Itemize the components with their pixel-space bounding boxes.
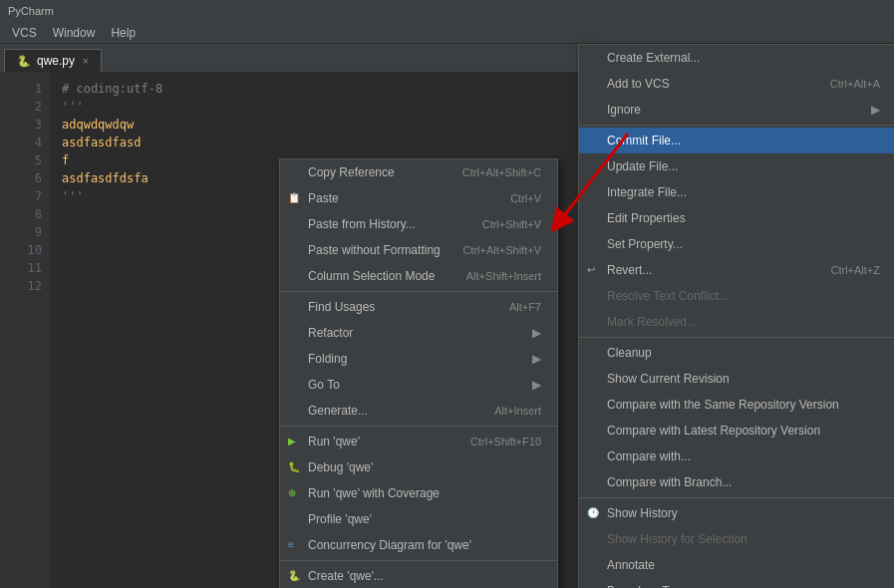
editor-area: 🐍 qwe.py × 1 2 3 4 5 6 7 8 9 10 11 12 # … (0, 44, 894, 588)
menu-goto[interactable]: Go To ▶ (280, 372, 557, 398)
separator-2 (280, 426, 557, 427)
submenu-show-history[interactable]: 🕐 Show History (579, 500, 894, 526)
menu-bar: VCS Window Help (0, 22, 894, 44)
submenu-update-file[interactable]: Update File... (579, 153, 894, 179)
submenu-arrow: ▶ (532, 324, 541, 342)
submenu-add-vcs[interactable]: Add to VCS Ctrl+Alt+A (579, 71, 894, 97)
submenu-set-property[interactable]: Set Property... (579, 231, 894, 257)
submenu-integrate-file[interactable]: Integrate File... (579, 179, 894, 205)
submenu-commit-file[interactable]: Commit File... (579, 128, 894, 153)
submenu-cleanup[interactable]: Cleanup (579, 340, 894, 366)
menu-profile[interactable]: Profile 'qwe' (280, 506, 557, 532)
submenu-ignore[interactable]: Ignore ▶ (579, 97, 894, 123)
history-icon: 🕐 (587, 504, 599, 522)
submenu-compare-with[interactable]: Compare with... (579, 443, 894, 469)
debug-icon: 🐛 (288, 458, 300, 476)
menu-vcs[interactable]: VCS (4, 24, 45, 42)
menu-paste-no-format[interactable]: Paste without Formatting Ctrl+Alt+Shift+… (280, 237, 557, 263)
paste-icon: 📋 (288, 189, 300, 207)
editor-gutter (0, 72, 14, 588)
submenu-arrow-folding: ▶ (532, 350, 541, 368)
menu-window[interactable]: Window (45, 24, 104, 42)
line-numbers: 1 2 3 4 5 6 7 8 9 10 11 12 (14, 72, 50, 588)
menu-debug-qwe[interactable]: 🐛 Debug 'qwe' (280, 454, 557, 480)
tab-label: qwe.py (37, 54, 75, 68)
menu-paste[interactable]: 📋 Paste Ctrl+V (280, 185, 557, 211)
submenu-compare-latest[interactable]: Compare with Latest Repository Version (579, 418, 894, 443)
sub-separator-3 (579, 497, 894, 498)
menu-copy-reference[interactable]: Copy Reference Ctrl+Alt+Shift+C (280, 159, 557, 185)
submenu-edit-props[interactable]: Edit Properties (579, 205, 894, 231)
submenu-branch-tag[interactable]: Branch or Tag... (579, 578, 894, 588)
python-file-icon: 🐍 (17, 55, 31, 68)
submenu-compare-branch[interactable]: Compare with Branch... (579, 469, 894, 495)
sub-separator-1 (579, 125, 894, 126)
submenu-annotate[interactable]: Annotate (579, 552, 894, 578)
ignore-submenu-arrow: ▶ (871, 101, 880, 119)
submenu-compare-same[interactable]: Compare with the Same Repository Version (579, 392, 894, 418)
submenu-revert[interactable]: ↩ Revert... Ctrl+Alt+Z (579, 257, 894, 283)
sub-separator-2 (579, 337, 894, 338)
separator-3 (280, 560, 557, 561)
tab-close-button[interactable]: × (83, 56, 89, 67)
separator-1 (280, 291, 557, 292)
submenu-mark-resolved: Mark Resolved... (579, 309, 894, 335)
submenu-arrow-goto: ▶ (532, 376, 541, 394)
submenu-create-external[interactable]: Create External... (579, 45, 894, 71)
revert-icon: ↩ (587, 261, 595, 279)
tab-qwe-py[interactable]: 🐍 qwe.py × (4, 49, 102, 72)
title-bar: PyCharm (0, 0, 894, 22)
menu-paste-history[interactable]: Paste from History... Ctrl+Shift+V (280, 211, 557, 237)
menu-column-selection[interactable]: Column Selection Mode Alt+Shift+Insert (280, 263, 557, 289)
coverage-icon: ⊕ (288, 484, 296, 502)
menu-folding[interactable]: Folding ▶ (280, 346, 557, 372)
submenu-resolve-conflict: Resolve Text Conflict... (579, 283, 894, 309)
menu-run-qwe[interactable]: ▶ Run 'qwe' Ctrl+Shift+F10 (280, 429, 557, 454)
context-menu: Copy Reference Ctrl+Alt+Shift+C 📋 Paste … (279, 158, 558, 588)
submenu-history-selection: Show History for Selection (579, 526, 894, 552)
concurrency-icon: ≡ (288, 536, 294, 554)
python-icon: 🐍 (288, 567, 300, 585)
menu-help[interactable]: Help (103, 24, 144, 42)
menu-generate[interactable]: Generate... Alt+Insert (280, 398, 557, 424)
subversion-submenu: Create External... Add to VCS Ctrl+Alt+A… (578, 44, 894, 588)
app-title: PyCharm (8, 5, 54, 17)
menu-create-qwe[interactable]: 🐍 Create 'qwe'... (280, 563, 557, 588)
menu-concurrency[interactable]: ≡ Concurrency Diagram for 'qwe' (280, 532, 557, 558)
menu-run-coverage[interactable]: ⊕ Run 'qwe' with Coverage (280, 480, 557, 506)
run-icon: ▶ (288, 433, 296, 450)
menu-refactor[interactable]: Refactor ▶ (280, 320, 557, 346)
menu-find-usages[interactable]: Find Usages Alt+F7 (280, 294, 557, 320)
submenu-show-revision[interactable]: Show Current Revision (579, 366, 894, 392)
